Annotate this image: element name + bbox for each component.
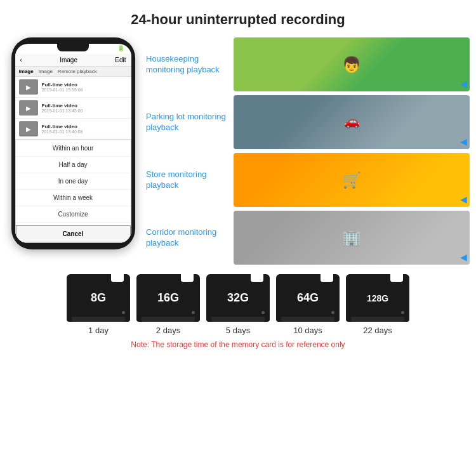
housekeeping-photo [234,37,470,91]
monitoring-label-4: Corridor monitoring playback [146,227,228,249]
sd-card-4: 64G [276,274,340,322]
storage-section: 8G 1 day 16G 2 days 32G 5 days [0,265,476,352]
sd-card-1: 8G [67,274,130,322]
screen-tabs: image Image Remote playback [15,67,131,77]
monitoring-item-3: Store monitoring playback ◀ [146,153,470,207]
storage-days-4: 10 days [293,326,322,335]
storage-note: Note: The storage time of the memory car… [124,340,351,349]
back-button[interactable]: ‹ [20,56,22,63]
sd-notch-4 [321,274,333,282]
storage-days-5: 22 days [363,326,392,335]
sd-card-5: 128G [346,274,409,322]
popup-item-2[interactable]: Half a day [16,157,131,173]
video-title-1: Full-time video [42,82,128,88]
monitoring-label-1: Housekeeping monitoring playback [146,54,228,76]
monitoring-img-4: ◀ [234,211,470,265]
sd-dot-3 [261,311,265,314]
storage-days-3: 5 days [226,326,250,335]
sd-dot-5 [401,311,404,314]
main-content: 11:44 ▐▐ ▂▄▆ 🔋 ‹ Image Edit image Image … [0,34,476,265]
tab-remote-playback[interactable]: Remote playback [58,69,97,74]
sd-notch-2 [181,274,194,282]
monitoring-item-4: Corridor monitoring playback ◀ [146,211,470,265]
phone-mockup: 11:44 ▐▐ ▂▄▆ 🔋 ‹ Image Edit image Image … [6,37,140,249]
sd-label-2: 16G [157,291,179,305]
popup-menu: Within an hour Half a day In one day Wit… [15,140,131,243]
arrow-icon-1: ◀ [460,79,467,89]
sd-notch-3 [251,274,263,282]
video-date-3: 2019-01-01 13:40:08 [42,129,128,134]
monitoring-img-1: ◀ [234,37,470,91]
video-thumb-3: ▶ [19,121,38,136]
sd-dot-1 [122,311,125,314]
storage-item-1: 8G 1 day [67,274,130,335]
storage-item-3: 32G 5 days [206,274,270,335]
phone-outer: 11:44 ▐▐ ▂▄▆ 🔋 ‹ Image Edit image Image … [11,37,135,249]
monitoring-label-3: Store monitoring playback [146,169,228,191]
store-photo [234,153,470,207]
corridor-photo [234,211,470,265]
status-icons: ▐▐ ▂▄▆ 🔋 [93,45,124,51]
video-title-2: Full-time video [42,103,128,109]
arrow-icon-4: ◀ [460,252,467,262]
page-title: 24-hour uninterrupted recording [0,0,476,34]
arrow-icon-3: ◀ [460,194,467,204]
sd-label-1: 8G [91,291,106,305]
sd-label-5: 128G [367,293,388,303]
video-item-1[interactable]: ▶ Full-time video 2019-01-01 15:55:08 [15,77,131,98]
video-info-3: Full-time video 2019-01-01 13:40:08 [42,124,128,134]
popup-item-1[interactable]: Within an hour [16,140,131,157]
video-item-2[interactable]: ▶ Full-time video 2019-01-01 13:45:00 [15,98,131,119]
popup-item-3[interactable]: In one day [16,173,131,190]
popup-item-5[interactable]: Customize [16,206,131,223]
phone-notch [57,44,89,51]
sd-notch-5 [390,274,403,282]
popup-item-4[interactable]: Within a week [16,190,131,206]
storage-cards: 8G 1 day 16G 2 days 32G 5 days [67,274,409,335]
phone-screen: 11:44 ▐▐ ▂▄▆ 🔋 ‹ Image Edit image Image … [15,44,131,243]
monitoring-img-3: ◀ [234,153,470,207]
video-thumb-1: ▶ [19,79,38,95]
storage-days-1: 1 day [88,326,109,335]
parking-photo [234,95,470,149]
monitoring-img-2: ◀ [234,95,470,149]
tab-image[interactable]: image [19,69,34,74]
sd-card-3: 32G [206,274,270,322]
monitoring-section: Housekeeping monitoring playback ◀ Parki… [146,34,470,265]
sd-card-2: 16G [136,274,200,322]
video-info-1: Full-time video 2019-01-01 15:55:08 [42,82,128,92]
monitoring-item-2: Parking lot monitoring playback ◀ [146,95,470,149]
screen-header: ‹ Image Edit [15,54,131,67]
arrow-icon-2: ◀ [460,136,467,147]
clock: 11:44 [22,45,36,51]
monitoring-label-2: Parking lot monitoring playback [146,112,228,133]
sd-label-3: 32G [227,291,249,305]
sd-label-4: 64G [297,291,319,305]
storage-item-4: 64G 10 days [276,274,340,335]
sd-notch-1 [111,274,124,282]
video-date-2: 2019-01-01 13:45:00 [42,109,128,113]
monitoring-item-1: Housekeeping monitoring playback ◀ [146,37,470,91]
cancel-button[interactable]: Cancel [16,225,131,242]
sd-dot-2 [192,311,195,314]
video-title-3: Full-time video [42,124,128,129]
edit-button[interactable]: Edit [115,56,126,63]
sd-dot-4 [331,311,334,314]
video-date-1: 2019-01-01 15:55:08 [42,88,128,92]
storage-item-5: 128G 22 days [346,274,409,335]
tab-image2[interactable]: Image [39,69,53,74]
video-info-2: Full-time video 2019-01-01 13:45:00 [42,103,128,113]
video-thumb-2: ▶ [19,100,38,116]
video-item-3[interactable]: ▶ Full-time video 2019-01-01 13:40:08 [15,119,131,140]
screen-title: Image [60,56,77,63]
storage-days-2: 2 days [156,326,180,335]
storage-item-2: 16G 2 days [136,274,200,335]
